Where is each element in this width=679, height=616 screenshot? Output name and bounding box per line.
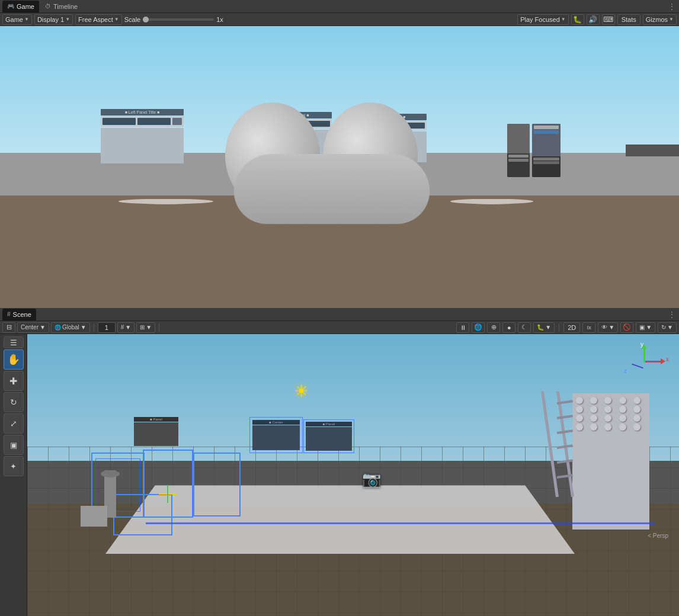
left-btn-1 (103, 118, 136, 125)
audio-btn[interactable]: 🔊 (587, 14, 600, 25)
number-input[interactable] (98, 322, 116, 333)
scene-tab-bar: # Scene ⋮ (0, 308, 679, 321)
grid-snap-2-btn[interactable]: ⊞ ▼ (136, 322, 155, 333)
scene-toolbar: ⊟ Center ▼ 🌐 Global ▼ # ▼ ⊞ ▼ ⏸ (0, 321, 679, 334)
overlay-dropdown[interactable]: 👁 ▼ (598, 322, 618, 333)
btn-2d[interactable]: 2D (563, 322, 580, 333)
scene-sphere-btn[interactable]: ● (502, 322, 515, 333)
scale-value: 1x (216, 16, 223, 23)
tool-move-btn[interactable]: ✚ (4, 371, 24, 391)
scene-pause-btn[interactable]: ⏸ (456, 322, 469, 333)
scale-container: Scale 1x (124, 16, 223, 23)
base-right (450, 198, 533, 204)
tool-rotate-btn[interactable]: ↻ (4, 392, 24, 412)
connector-tube (230, 154, 433, 224)
game-display-arrow: ▼ (24, 17, 29, 22)
gizmos-dropdown[interactable]: Gizmos ▼ (643, 14, 677, 25)
left-btn-2 (137, 118, 171, 125)
left-display-cluster: ■ Left Panel Title ■ (101, 109, 184, 163)
stats-btn[interactable]: Stats (617, 14, 640, 25)
hidden-toggle-btn[interactable]: 🚫 (620, 322, 633, 333)
center-arrow: ▼ (40, 324, 46, 331)
tab-game-label: Game (17, 3, 34, 10)
scene-stand-center-right: ■ Panel (306, 422, 352, 451)
scene-globe2-btn[interactable]: ⊕ (487, 322, 500, 333)
scene-ix-btn[interactable]: Ix (582, 322, 595, 333)
scene-3d-content: ☀ ■ Panel ■ Cente (27, 334, 679, 616)
grid-snap-2-arrow: ▼ (146, 324, 152, 331)
card-1-image (507, 124, 530, 153)
persp-label: < Persp (648, 532, 668, 539)
left-pedestal (101, 128, 184, 163)
display1-arrow: ▼ (65, 17, 70, 22)
scene-rotate-icon: ↻ (661, 324, 666, 331)
scale-slider[interactable] (143, 18, 214, 21)
tool-hand-btn[interactable]: ✋ (4, 349, 24, 370)
scene-bug-icon: 🐛 (537, 324, 544, 331)
grid-snap-btn[interactable]: # ▼ (117, 322, 134, 333)
play-focused-label: Play Focused (520, 16, 560, 23)
keyboard-btn[interactable]: ⌨ (602, 14, 615, 25)
tool-transform-btn[interactable]: ✦ (4, 456, 24, 476)
scale-label: Scale (124, 16, 141, 23)
scene-rotate-btn[interactable]: ↻ ▼ (658, 322, 677, 333)
tab-game[interactable]: 🎮 Game (2, 1, 39, 12)
game-toolbar: Game ▼ Display 1 ▼ Free Aspect ▼ Scale 1… (0, 13, 679, 26)
view-options-btn[interactable]: ▣ ▼ (636, 322, 655, 333)
tab-timeline[interactable]: ⏱ Timeline (40, 1, 82, 12)
center-label: Center (21, 324, 39, 331)
tab-scene-label: Scene (13, 311, 31, 318)
timeline-icon: ⏱ (45, 3, 51, 9)
base-left (118, 198, 213, 204)
global-dropdown[interactable]: 🌐 Global ▼ (51, 322, 90, 333)
bump-pattern (572, 393, 649, 434)
display1-dropdown[interactable]: Display 1 ▼ (34, 14, 73, 25)
sun-icon: ☀ (294, 381, 309, 401)
game-viewport[interactable]: ■ Left Panel Title ■ ■ Center Panel ■ (0, 26, 679, 308)
play-focused-dropdown[interactable]: Play Focused ▼ (517, 14, 569, 25)
scene-moon-btn[interactable]: ☾ (518, 322, 531, 333)
scene-viewport[interactable]: ☰ ✋ ✚ ↻ ⤢ ▣ ✦ ☀ (0, 334, 679, 616)
display1-label: Display 1 (37, 16, 64, 23)
sep-2 (159, 323, 159, 332)
overlay-arrow: ▼ (608, 324, 614, 331)
transform-toggle-btn[interactable]: ⊟ (2, 322, 15, 333)
transform-gizmo (159, 485, 177, 503)
game-objects: ■ Left Panel Title ■ ■ Center Panel ■ (0, 26, 679, 308)
left-btn-3 (172, 118, 182, 125)
card-1 (507, 124, 530, 177)
bumpy-wall (572, 393, 649, 530)
card-2-image (532, 124, 561, 156)
scene-globe-btn[interactable]: 🌐 (472, 322, 485, 333)
global-arrow: ▼ (81, 324, 87, 331)
tab-timeline-label: Timeline (53, 3, 78, 10)
ladder (555, 390, 575, 497)
scene-bug-arrow: ▼ (545, 324, 551, 331)
view-options-icon: ▣ (639, 324, 645, 331)
scene-rotate-arrow: ▼ (667, 324, 673, 331)
card-2 (532, 124, 561, 177)
wireframe-box-3 (193, 453, 241, 516)
grid-snap-icon: # (121, 324, 124, 331)
grid-snap-2-icon: ⊞ (140, 324, 145, 331)
scene-bug-btn[interactable]: 🐛 ▼ (533, 322, 555, 333)
gizmos-arrow: ▼ (669, 17, 674, 22)
tool-scale-btn[interactable]: ⤢ (4, 413, 24, 434)
game-tab-bar: 🎮 Game ⏱ Timeline ⋮ (0, 0, 679, 13)
scene-stand-center: ■ Center (252, 420, 300, 450)
tool-palette: ☰ ✋ ✚ ↻ ⤢ ▣ ✦ (0, 334, 27, 616)
scene-toolbar-right: ⏸ 🌐 ⊕ ● ☾ 🐛 ▼ 2D Ix 👁 ▼ � (456, 322, 677, 333)
center-dropdown[interactable]: Center ▼ (17, 322, 49, 333)
game-display-dropdown[interactable]: Game ▼ (2, 14, 32, 25)
tab-scene[interactable]: # Scene (2, 309, 36, 320)
game-panel-menu-btn[interactable]: ⋮ (667, 2, 677, 11)
far-right-bar (626, 145, 679, 156)
tool-rect-btn[interactable]: ▣ (4, 435, 24, 455)
card-2-text (532, 156, 561, 177)
aspect-label: Free Aspect (78, 16, 113, 23)
game-panel: 🎮 Game ⏱ Timeline ⋮ Game ▼ Display 1 ▼ F… (0, 0, 679, 308)
bug-icon-btn[interactable]: 🐛 (571, 14, 584, 25)
scene-panel-menu-btn[interactable]: ⋮ (667, 310, 677, 319)
aspect-dropdown[interactable]: Free Aspect ▼ (75, 14, 122, 25)
tool-menu-btn[interactable]: ☰ (4, 336, 24, 348)
